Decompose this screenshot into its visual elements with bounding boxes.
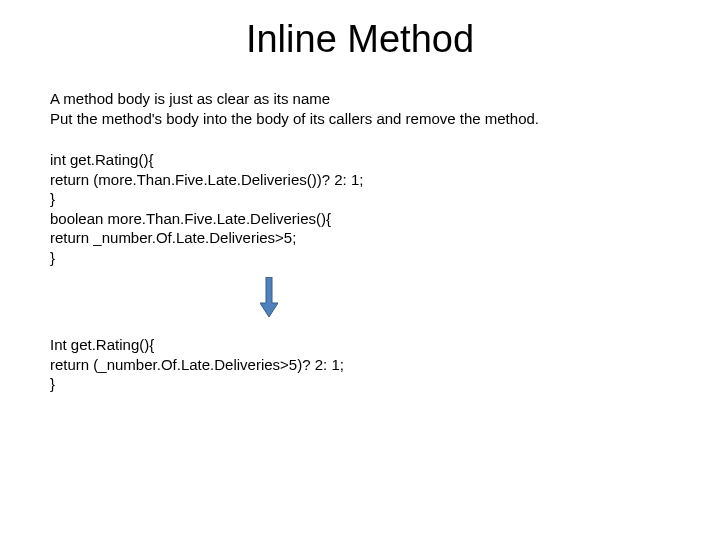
code-line: } bbox=[50, 248, 670, 268]
code-after-block: Int get.Rating(){ return (_number.Of.Lat… bbox=[50, 335, 670, 394]
code-line: return (_number.Of.Late.Deliveries>5)? 2… bbox=[50, 355, 670, 375]
code-line: return (more.Than.Five.Late.Deliveries()… bbox=[50, 170, 670, 190]
code-line: int get.Rating(){ bbox=[50, 150, 670, 170]
description-block: A method body is just as clear as its na… bbox=[50, 89, 670, 128]
code-line: } bbox=[50, 189, 670, 209]
down-arrow-icon bbox=[260, 277, 278, 321]
code-line: } bbox=[50, 374, 670, 394]
code-line: Int get.Rating(){ bbox=[50, 335, 670, 355]
arrow-container bbox=[50, 277, 670, 321]
code-before-block: int get.Rating(){ return (more.Than.Five… bbox=[50, 150, 670, 267]
description-line: Put the method's body into the body of i… bbox=[50, 109, 670, 129]
code-line: return _number.Of.Late.Deliveries>5; bbox=[50, 228, 670, 248]
arrow-path bbox=[260, 277, 278, 317]
slide-title: Inline Method bbox=[50, 18, 670, 61]
code-line: boolean more.Than.Five.Late.Deliveries()… bbox=[50, 209, 670, 229]
description-line: A method body is just as clear as its na… bbox=[50, 89, 670, 109]
slide: Inline Method A method body is just as c… bbox=[0, 0, 720, 414]
